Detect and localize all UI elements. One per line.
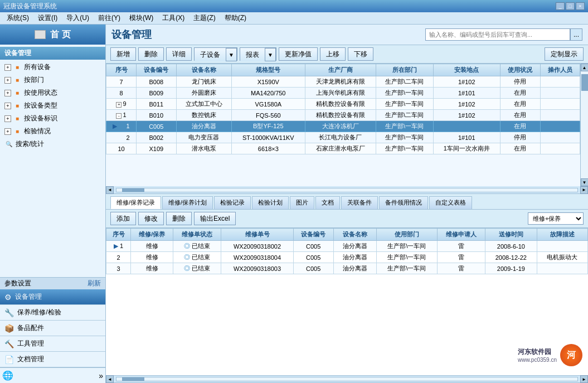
sidebar-label-inspection: 检验情况 bbox=[24, 127, 51, 136]
col-operator: 操作人员 bbox=[540, 64, 580, 76]
horizontal-scrollbar[interactable]: ◄ ► bbox=[106, 186, 588, 194]
export-excel-button[interactable]: 输出Excel bbox=[194, 212, 236, 225]
search-button[interactable]: ... bbox=[570, 28, 582, 41]
move-up-button[interactable]: 上移 bbox=[320, 47, 346, 61]
sidebar-item-by-status[interactable]: + ■ 按使用状态 bbox=[0, 86, 105, 99]
window-controls[interactable]: _ □ × bbox=[556, 2, 585, 10]
scroll-track[interactable] bbox=[581, 71, 588, 178]
bottom-h-scroll-right[interactable]: ► bbox=[580, 375, 588, 383]
row-status: 在用 bbox=[500, 88, 540, 99]
bottom-h-scroll-track[interactable] bbox=[116, 377, 578, 381]
report-button[interactable]: 报表 bbox=[240, 48, 265, 61]
expand-dept-icon[interactable]: + bbox=[4, 77, 11, 84]
expand-status-icon[interactable]: + bbox=[4, 90, 11, 96]
add-record-button[interactable]: 添加 bbox=[110, 212, 136, 225]
sidebar-label-mark: 按设备标识 bbox=[24, 114, 57, 123]
expand-inspection-icon[interactable]: + bbox=[4, 128, 11, 135]
page-title: 设备管理 bbox=[111, 28, 152, 41]
sidebar-item-by-mark[interactable]: + ■ 按设备标识 bbox=[0, 112, 105, 125]
row-operator bbox=[540, 110, 580, 121]
sidebar-nav-equipment[interactable]: ⚙ 设备管理 bbox=[0, 289, 105, 305]
bottom-horizontal-scrollbar[interactable]: ◄ ► bbox=[106, 375, 588, 383]
scroll-down-btn[interactable]: ▼ bbox=[581, 178, 589, 186]
tab-custom-table[interactable]: 自定义表格 bbox=[429, 196, 472, 209]
maintenance-nav-icon: 🔧 bbox=[4, 308, 14, 317]
scroll-up-btn[interactable]: ▲ bbox=[581, 64, 589, 71]
update-value-button[interactable]: 更新净值 bbox=[279, 47, 318, 61]
mrow-date: 2008-12-22 bbox=[485, 252, 537, 263]
mrow-desc bbox=[537, 263, 587, 274]
sidebar-equipment-section: 设备管理 + ■ 所有设备 + ■ 按部门 + ■ 按使用状态 + ■ 按设备类… bbox=[0, 45, 105, 153]
row-status: 停用 bbox=[500, 76, 540, 88]
sub-equipment-button[interactable]: 子设备 bbox=[195, 48, 226, 61]
h-scroll-track[interactable] bbox=[116, 188, 578, 192]
mrow-desc bbox=[537, 241, 587, 252]
content-area: 设备管理 ... 新增 删除 详细 子设备 ▼ 报表 ▼ 更新净值 上移 下移 … bbox=[106, 25, 588, 383]
row-name: 电力变压器 bbox=[176, 132, 231, 143]
refresh-label[interactable]: 刷新 bbox=[88, 279, 101, 288]
menu-tools[interactable]: 工具(X) bbox=[158, 12, 189, 24]
sidebar-arrow-icon[interactable]: » bbox=[99, 371, 103, 380]
filter-dropdown[interactable]: 维修+保养 维修 保养 bbox=[528, 212, 584, 225]
home-icon bbox=[35, 30, 46, 39]
row-mfr: 天津龙腾机床有限 bbox=[305, 76, 376, 88]
tab-maintenance-record[interactable]: 维修/保养记录 bbox=[110, 196, 161, 209]
mrow-equipname: 油分离器 bbox=[333, 241, 376, 252]
add-button[interactable]: 新增 bbox=[110, 47, 136, 61]
bottom-h-scroll-left[interactable]: ◄ bbox=[106, 375, 114, 383]
sub-equipment-dropdown[interactable]: ▼ bbox=[226, 48, 237, 61]
sidebar-item-by-type[interactable]: + ■ 按设备类型 bbox=[0, 99, 105, 112]
menu-settings[interactable]: 设置(I) bbox=[33, 12, 62, 24]
mrow-type: 维修 bbox=[131, 263, 173, 274]
sidebar-label-all: 所有设备 bbox=[24, 62, 51, 72]
table-main: 序号 设备编号 设备名称 规格型号 生产厂商 所在部门 安装地点 使用状况 操作… bbox=[106, 64, 580, 186]
edit-record-button[interactable]: 修改 bbox=[138, 212, 164, 225]
expand-all-icon[interactable]: + bbox=[4, 64, 11, 71]
menu-theme[interactable]: 主题(Z) bbox=[189, 12, 220, 24]
mrow-seq: ▶ 1 bbox=[106, 241, 131, 252]
expand-mark-icon[interactable]: + bbox=[4, 115, 11, 122]
tab-photos[interactable]: 图片 bbox=[290, 196, 314, 209]
minimize-button[interactable]: _ bbox=[556, 2, 565, 10]
tab-inspection-plan[interactable]: 检验计划 bbox=[252, 196, 289, 209]
menu-goto[interactable]: 前往(Y) bbox=[94, 12, 125, 24]
tab-inspection-record[interactable]: 检验记录 bbox=[214, 196, 251, 209]
sidebar-item-search[interactable]: 🔍 搜索/统计 bbox=[0, 138, 105, 151]
sidebar-nav-maintenance[interactable]: 🔧 保养/维修/检验 bbox=[0, 305, 105, 321]
sidebar-nav-tools[interactable]: 🔨 工具管理 bbox=[0, 336, 105, 352]
tab-docs[interactable]: 文档 bbox=[315, 196, 340, 209]
delete-record-button[interactable]: 删除 bbox=[166, 212, 192, 225]
btcol-date: 送修时间 bbox=[485, 229, 537, 241]
tab-parts-usage[interactable]: 备件领用情况 bbox=[379, 196, 428, 209]
sidebar-nav-parts[interactable]: 📦 备品配件 bbox=[0, 321, 105, 336]
h-scroll-left[interactable]: ◄ bbox=[106, 186, 114, 194]
mrow-orderno: WX20090318002 bbox=[221, 241, 293, 252]
sidebar-nav-docs[interactable]: 📄 文档管理 bbox=[0, 352, 105, 367]
tab-maintenance-plan[interactable]: 维修/保养计划 bbox=[162, 196, 213, 209]
menu-import[interactable]: 导入(U) bbox=[62, 12, 94, 24]
search-input[interactable] bbox=[425, 28, 570, 41]
menu-system[interactable]: 系统(S) bbox=[2, 12, 33, 24]
table-scrollbar[interactable]: ▲ ▼ bbox=[580, 64, 588, 186]
customize-button[interactable]: 定制显示 bbox=[545, 47, 584, 61]
detail-button[interactable]: 详细 bbox=[166, 47, 192, 61]
row-mfr: 长江电力设备厂 bbox=[305, 132, 376, 143]
col-dept: 所在部门 bbox=[376, 64, 433, 76]
move-down-button[interactable]: 下移 bbox=[348, 47, 373, 61]
parts-nav-icon: 📦 bbox=[4, 324, 14, 333]
close-button[interactable]: × bbox=[576, 2, 585, 10]
delete-button[interactable]: 删除 bbox=[138, 47, 164, 61]
sidebar-item-inspection[interactable]: + ■ 检验情况 bbox=[0, 125, 105, 138]
expand-type-icon[interactable]: + bbox=[4, 103, 11, 109]
row-dept: 生产部\二车间 bbox=[376, 76, 433, 88]
menu-module[interactable]: 模块(W) bbox=[125, 12, 158, 24]
mrow-equipcode: C005 bbox=[293, 241, 333, 252]
report-dropdown[interactable]: ▼ bbox=[265, 48, 276, 61]
sidebar-item-by-dept[interactable]: + ■ 按部门 bbox=[0, 74, 105, 86]
sidebar-item-all-equipment[interactable]: + ■ 所有设备 bbox=[0, 61, 105, 74]
h-scroll-right[interactable]: ► bbox=[580, 186, 588, 194]
tab-related-parts[interactable]: 关联备件 bbox=[341, 196, 378, 209]
maximize-button[interactable]: □ bbox=[566, 2, 575, 10]
row-name: 龙门铣床 bbox=[176, 76, 231, 88]
menu-help[interactable]: 帮助(Z) bbox=[220, 12, 251, 24]
